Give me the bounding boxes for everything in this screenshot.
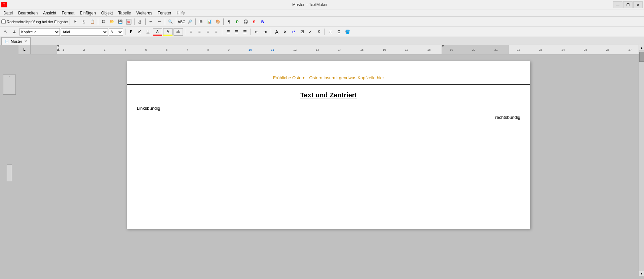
spellcheck-input[interactable]	[1, 19, 6, 24]
doc-tab-close[interactable]: ✕	[24, 39, 27, 43]
bullets-button[interactable]: ☰	[224, 28, 232, 36]
b-btn-blue[interactable]: B	[259, 18, 267, 26]
header-text: Fröhliche Ostern - Ostern ipsum irgendwa…	[273, 75, 384, 80]
doc-tab-icon: 📄	[5, 40, 9, 43]
menu-objekt[interactable]: Objekt	[99, 10, 116, 16]
p-btn-green[interactable]: P	[233, 18, 241, 26]
document-page: Fröhliche Ostern - Ostern ipsum irgendwa…	[127, 61, 530, 229]
char-shading-button[interactable]: ab	[174, 28, 183, 36]
copy-button[interactable]: ⎘	[80, 18, 88, 26]
sep7	[195, 18, 196, 25]
doc-tab-muster[interactable]: 📄 Muster ✕	[1, 37, 31, 45]
sep-fmt3	[222, 29, 222, 35]
export-pdf-button[interactable]: PDF	[125, 18, 133, 26]
text-tool[interactable]: A	[10, 28, 18, 36]
style-dropdown[interactable]: Kopfzeile	[20, 28, 60, 36]
minimize-button[interactable]: —	[613, 1, 622, 8]
color-btn2[interactable]: 🎨	[214, 18, 222, 26]
para-btn[interactable]: ¶	[225, 18, 233, 26]
clear-fmt-button[interactable]: ✕	[281, 28, 289, 36]
save-button[interactable]: 💾	[116, 18, 124, 26]
new-button[interactable]: ☐	[100, 18, 108, 26]
scroll-thumb[interactable]	[639, 52, 644, 62]
redo-button[interactable]: ↪	[155, 18, 163, 26]
sep8	[223, 18, 224, 25]
numbered-button[interactable]: ☰	[233, 28, 240, 36]
scroll-up-arrow[interactable]: ▲	[639, 45, 644, 50]
ruler-tab-indicator[interactable]: L	[18, 45, 31, 54]
toolbar-actions: ✂ ⎘ 📋 ☐ 📂 💾 PDF 🖨 ↩ ↪ 🔍 ABC 🔎 ⊞ 📊 🎨 ¶ P …	[72, 18, 267, 26]
close-button[interactable]: ✕	[633, 1, 643, 8]
track-changes-button[interactable]: ☑	[298, 28, 306, 36]
page-body[interactable]: Text und Zentriert Linksbündig rechtsbün…	[127, 85, 530, 219]
special-char-button[interactable]: Ω	[335, 28, 343, 36]
menu-weiteres[interactable]: Weiteres	[134, 10, 155, 16]
paint-bucket-button[interactable]: 🪣	[344, 28, 351, 36]
sep-fmt2	[185, 29, 185, 35]
menu-bar: Datei Bearbeiten Ansicht Format Einfügen…	[0, 9, 644, 17]
sep3	[134, 18, 135, 25]
menu-hilfe[interactable]: Hilfe	[174, 10, 187, 16]
paste-button[interactable]: 📋	[88, 18, 97, 26]
spellcheck-btn[interactable]: ABC	[178, 18, 186, 26]
align-left-button[interactable]: ≡	[187, 28, 195, 36]
align-justify-button[interactable]: ≡	[213, 28, 220, 36]
spellcheck-checkbox[interactable]: Rechtschreibprüfung bei der Eingabe	[1, 19, 68, 24]
underline-button[interactable]: U	[144, 28, 152, 36]
print-button[interactable]: 🖨	[136, 18, 144, 26]
cut-button[interactable]: ✂	[72, 18, 80, 26]
s-btn-red[interactable]: S	[250, 18, 258, 26]
scroll-down-arrow[interactable]: ▼	[639, 271, 644, 276]
align-center-button[interactable]: ≡	[196, 28, 203, 36]
sep5	[165, 18, 165, 25]
ruler-numbers: 1 2 3 4 5 6 7 8 9 10 11 12 13 14 15 16 1	[31, 48, 639, 51]
scroll-track[interactable]	[639, 50, 644, 271]
font-dropdown[interactable]: Arial	[61, 28, 108, 36]
menu-tabelle[interactable]: Tabelle	[116, 10, 134, 16]
sep4	[145, 18, 146, 25]
find-button[interactable]: 🔎	[186, 18, 194, 26]
indent-dec-button[interactable]: ⇤	[253, 28, 260, 36]
left-panel: -	[0, 45, 18, 276]
size-dropdown[interactable]: 8	[109, 28, 123, 36]
menu-bearbeiten[interactable]: Bearbeiten	[15, 10, 40, 16]
title-left: T	[1, 2, 7, 7]
sep6	[176, 18, 176, 25]
menu-fenster[interactable]: Fenster	[155, 10, 174, 16]
toolbar2: ↖ A Kopfzeile Arial 8 F K U A A ab ≡ ≡ ≡…	[0, 27, 644, 37]
menu-ansicht[interactable]: Ansicht	[40, 10, 59, 16]
zoom-button[interactable]: 🔍	[166, 18, 175, 26]
font-color-button[interactable]: A	[153, 28, 162, 36]
sep-fmt6	[325, 29, 325, 35]
highlight-color-button[interactable]: A	[163, 28, 173, 36]
outline-button[interactable]: ☰	[241, 28, 249, 36]
headset-btn[interactable]: 🎧	[242, 18, 250, 26]
menu-datei[interactable]: Datei	[1, 10, 15, 16]
chart-btn[interactable]: 📊	[205, 18, 214, 26]
large-A-button[interactable]: A	[273, 28, 280, 36]
window-title: Muster – TextMaker	[7, 2, 613, 7]
title-bar: T Muster – TextMaker — ❐ ✕	[0, 0, 644, 9]
reject-change-button[interactable]: ✗	[315, 28, 323, 36]
ruler-area: L 1 2	[18, 45, 639, 276]
undo-button[interactable]: ↩	[147, 18, 155, 26]
pi-button[interactable]: π	[327, 28, 334, 36]
italic-button[interactable]: K	[136, 28, 143, 36]
maximize-button[interactable]: ❐	[623, 1, 633, 8]
indent-inc-button[interactable]: ⇥	[261, 28, 269, 36]
left-panel-btn2[interactable]	[7, 165, 12, 181]
accept-change-button[interactable]: ✓	[307, 28, 314, 36]
align-right-button[interactable]: ≡	[204, 28, 212, 36]
main-area: - L	[0, 45, 644, 276]
menu-format[interactable]: Format	[59, 10, 77, 16]
table-btn[interactable]: ⊞	[197, 18, 205, 26]
bold-button[interactable]: F	[127, 28, 135, 36]
cursor-tool[interactable]: ↖	[1, 28, 9, 36]
menu-einfuegen[interactable]: Einfügen	[77, 10, 98, 16]
show-para-button[interactable]: ↵	[290, 28, 297, 36]
document-scroll-area[interactable]: Fröhliche Ostern - Ostern ipsum irgendwa…	[18, 54, 639, 276]
open-button[interactable]: 📂	[108, 18, 116, 26]
vertical-scrollbar[interactable]: ▲ ▼	[639, 45, 644, 276]
page-header[interactable]: Fröhliche Ostern - Ostern ipsum irgendwa…	[127, 71, 530, 85]
left-panel-btn1[interactable]: -	[3, 75, 16, 95]
